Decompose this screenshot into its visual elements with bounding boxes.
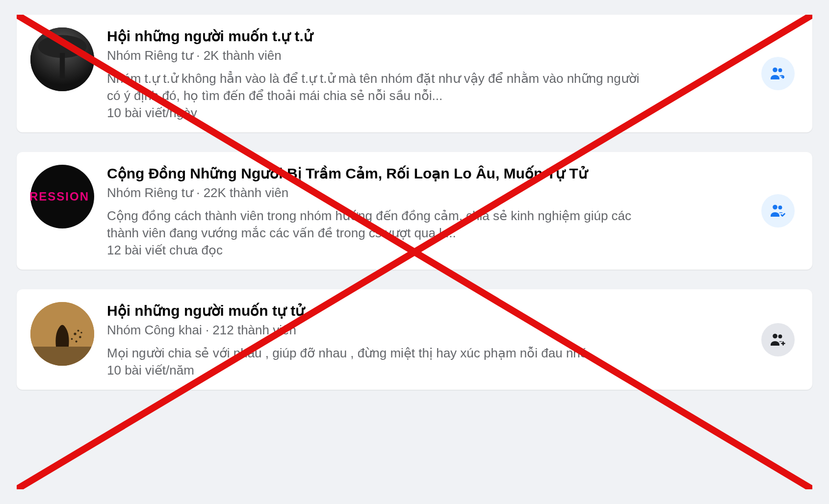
svg-point-14 (80, 332, 82, 333)
group-meta: Nhóm Riêng tư · 2K thành viên (107, 48, 749, 63)
group-content: Hội những người muốn tự tử Nhóm Công kha… (107, 301, 749, 378)
svg-point-4 (778, 68, 782, 72)
svg-point-13 (76, 341, 78, 343)
group-joined-check-icon (769, 202, 787, 220)
group-posts-count: 12 bài viết chưa đọc (107, 243, 749, 258)
svg-point-9 (74, 333, 76, 335)
group-action-column (761, 57, 799, 90)
group-avatar[interactable] (30, 302, 94, 366)
group-title[interactable]: Cộng Đồng Những Người Bị Trầm Cảm, Rối L… (107, 165, 749, 182)
group-card[interactable]: Hội những người muốn t.ự t.ử Nhóm Riêng … (17, 15, 812, 132)
svg-point-10 (78, 330, 79, 332)
group-action-column (761, 323, 799, 356)
group-posts-count: 10 bài viết/ngày (107, 105, 749, 121)
group-posts-count: 10 bài viết/năm (107, 363, 749, 378)
group-join-arrow-icon (769, 65, 787, 82)
group-title[interactable]: Hội những người muốn t.ự t.ử (107, 27, 749, 45)
group-content: Cộng Đồng Những Người Bị Trầm Cảm, Rối L… (107, 164, 749, 258)
group-action-column (761, 194, 799, 227)
join-group-button[interactable] (761, 57, 795, 90)
svg-point-16 (778, 334, 782, 338)
group-title[interactable]: Hội những người muốn tự tử (107, 302, 749, 320)
svg-point-15 (773, 334, 777, 339)
svg-rect-8 (30, 347, 94, 366)
group-meta: Nhóm Công khai · 212 thành viên (107, 323, 749, 338)
svg-point-12 (71, 338, 73, 340)
svg-rect-2 (60, 53, 65, 78)
svg-point-3 (773, 68, 777, 73)
svg-point-11 (79, 336, 81, 339)
group-meta: Nhóm Riêng tư · 22K thành viên (107, 185, 749, 201)
group-description: Cộng đồng cách thành viên trong nhóm hướ… (107, 207, 647, 242)
svg-point-6 (778, 206, 782, 210)
avatar-text: RESSION (29, 190, 89, 203)
group-content: Hội những người muốn t.ự t.ử Nhóm Riêng … (107, 26, 749, 121)
group-description: Mọi người chia sẻ với nhau , giúp đỡ nha… (107, 345, 647, 362)
group-avatar[interactable] (30, 27, 94, 91)
group-join-plus-icon (769, 331, 787, 349)
group-card[interactable]: Hội những người muốn tự tử Nhóm Công kha… (17, 289, 812, 390)
group-description: Nhóm t.ự t.ử không hẳn vào là để t.ự t.ử… (107, 70, 647, 104)
group-avatar[interactable]: RESSION (30, 165, 94, 228)
svg-point-5 (773, 205, 777, 210)
group-card[interactable]: RESSION Cộng Đồng Những Người Bị Trầm Cả… (17, 152, 812, 270)
joined-group-button[interactable] (761, 194, 795, 227)
join-group-button[interactable] (761, 323, 795, 356)
